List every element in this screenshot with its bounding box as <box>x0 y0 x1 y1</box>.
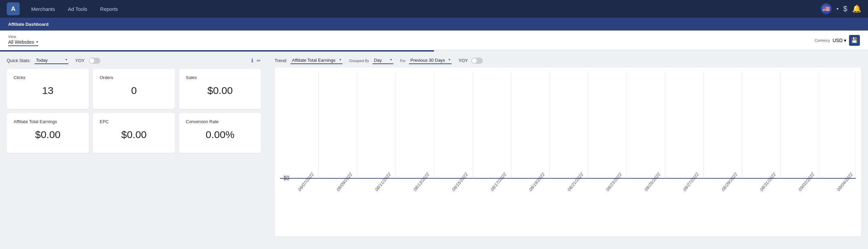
svg-text:08/31/2022: 08/31/2022 <box>759 171 776 192</box>
view-bar: View All Websites ▾ Currency USD ▾ 💾 <box>0 31 868 50</box>
svg-text:08/13/2022: 08/13/2022 <box>413 171 430 192</box>
trend-metric-wrap: Affiliate Total Earnings <box>291 57 342 64</box>
svg-text:08/17/2022: 08/17/2022 <box>490 171 507 192</box>
svg-text:09/04/2022: 09/04/2022 <box>836 171 854 192</box>
flag-icon[interactable]: 🇺🇸 <box>821 3 832 14</box>
left-panel: Quick Stats: Today Yesterday Last 7 Days… <box>0 52 268 249</box>
flag-dropdown-icon[interactable]: ▾ <box>836 6 839 11</box>
svg-text:$0: $0 <box>284 175 290 182</box>
svg-text:08/29/2022: 08/29/2022 <box>721 171 738 192</box>
svg-text:08/19/2022: 08/19/2022 <box>528 171 546 192</box>
for-label: For <box>400 59 406 63</box>
quick-stats-bar: Quick Stats: Today Yesterday Last 7 Days… <box>7 57 261 64</box>
stat-card-conversion-value: 0.00% <box>186 129 254 140</box>
svg-text:08/23/2022: 08/23/2022 <box>605 171 623 192</box>
trend-label: Trend: <box>275 58 287 63</box>
stat-card-conversion: Conversion Rate 0.00% <box>179 113 261 153</box>
sub-header: Affiliate Dashboard <box>0 18 868 31</box>
bell-icon[interactable]: 🔔 <box>852 4 861 13</box>
view-select-value: All Websites <box>8 39 34 45</box>
svg-text:08/25/2022: 08/25/2022 <box>644 171 661 192</box>
dollar-icon[interactable]: $ <box>843 4 847 13</box>
top-nav: A Merchants Ad Tools Reports 🇺🇸 ▾ $ 🔔 <box>0 0 868 18</box>
qs-icons: ℹ ✏ <box>251 57 261 64</box>
view-chevron-icon: ▾ <box>36 40 38 44</box>
grouped-by-wrap: Day Week Month <box>373 57 393 64</box>
stat-card-orders: Orders 0 <box>93 69 175 109</box>
view-group: View All Websites ▾ <box>8 35 38 46</box>
trend-chart: $0 08/07/2022 08/09/2022 08/11/2022 08/1… <box>280 72 856 214</box>
stat-card-clicks: Clicks 13 <box>7 69 89 109</box>
stat-card-sales-value: $0.00 <box>186 85 254 96</box>
currency-chevron-icon: ▾ <box>844 38 846 43</box>
nav-ad-tools[interactable]: Ad Tools <box>66 4 88 14</box>
yoy-toggle[interactable] <box>89 58 100 64</box>
for-period-select[interactable]: Previous 30 Days Previous 7 Days This Mo… <box>409 57 452 64</box>
trend-yoy-label: YOY <box>458 58 468 63</box>
info-icon[interactable]: ℹ <box>251 57 253 64</box>
currency-value: USD <box>832 38 843 43</box>
nav-merchants[interactable]: Merchants <box>30 4 56 14</box>
stat-card-conversion-label: Conversion Rate <box>186 119 254 124</box>
svg-text:08/21/2022: 08/21/2022 <box>567 171 584 192</box>
svg-text:08/27/2022: 08/27/2022 <box>682 171 699 192</box>
edit-icon[interactable]: ✏ <box>257 58 261 64</box>
stat-card-epc: EPC $0.00 <box>93 113 175 153</box>
trend-metric-select[interactable]: Affiliate Total Earnings <box>291 57 342 64</box>
right-panel: Trend: Affiliate Total Earnings Grouped … <box>268 52 868 249</box>
trend-yoy-toggle[interactable] <box>471 58 483 64</box>
page-title: Affiliate Dashboard <box>8 22 48 27</box>
nav-reports[interactable]: Reports <box>99 4 119 14</box>
for-period-wrap: Previous 30 Days Previous 7 Days This Mo… <box>409 57 452 64</box>
nav-right: 🇺🇸 ▾ $ 🔔 <box>821 3 861 14</box>
stat-card-epc-value: $0.00 <box>100 129 168 140</box>
currency-select[interactable]: USD ▾ <box>832 38 846 43</box>
stat-card-orders-label: Orders <box>100 75 168 80</box>
svg-text:08/07/2022: 08/07/2022 <box>297 171 315 192</box>
quick-stats-label: Quick Stats: <box>7 58 31 63</box>
stat-card-earnings-label: Affiliate Total Earnings <box>14 119 82 124</box>
stat-card-clicks-label: Clicks <box>14 75 82 80</box>
grouped-by-select[interactable]: Day Week Month <box>373 57 393 64</box>
chart-area: $0 08/07/2022 08/09/2022 08/11/2022 08/1… <box>275 68 861 236</box>
svg-text:08/11/2022: 08/11/2022 <box>374 171 392 192</box>
yoy-label: YOY <box>75 58 84 63</box>
grouped-by-label: Grouped By <box>349 59 369 63</box>
currency-label: Currency <box>815 38 830 42</box>
stat-cards-row2: Affiliate Total Earnings $0.00 EPC $0.00… <box>7 113 261 153</box>
stat-card-epc-label: EPC <box>100 119 168 124</box>
main-content: Quick Stats: Today Yesterday Last 7 Days… <box>0 52 868 249</box>
stat-cards-row1: Clicks 13 Orders 0 Sales $0.00 <box>7 69 261 109</box>
stat-card-clicks-value: 13 <box>14 85 82 96</box>
logo-icon: A <box>7 2 20 15</box>
stat-card-earnings-value: $0.00 <box>14 129 82 140</box>
stat-card-sales-label: Sales <box>186 75 254 80</box>
period-select-wrap: Today Yesterday Last 7 Days Last 30 Days <box>35 57 68 64</box>
svg-text:08/09/2022: 08/09/2022 <box>336 171 353 192</box>
svg-text:08/15/2022: 08/15/2022 <box>451 171 469 192</box>
stat-card-earnings: Affiliate Total Earnings $0.00 <box>7 113 89 153</box>
view-select[interactable]: All Websites ▾ <box>8 39 38 46</box>
svg-text:09/02/2022: 09/02/2022 <box>798 171 815 192</box>
stat-card-orders-value: 0 <box>100 85 168 96</box>
save-button[interactable]: 💾 <box>849 35 860 46</box>
view-label: View <box>8 35 38 39</box>
currency-group: Currency USD ▾ 💾 <box>815 35 860 46</box>
stat-card-sales: Sales $0.00 <box>179 69 261 109</box>
trend-bar: Trend: Affiliate Total Earnings Grouped … <box>275 57 861 64</box>
period-select[interactable]: Today Yesterday Last 7 Days Last 30 Days <box>35 57 68 64</box>
